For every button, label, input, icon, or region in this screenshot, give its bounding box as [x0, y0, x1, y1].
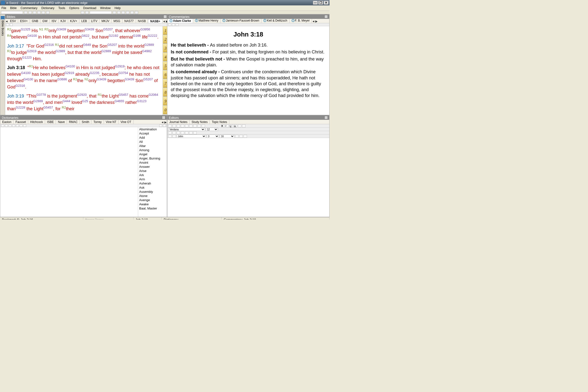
dictionary-tab[interactable]: Torrey [92, 120, 104, 124]
commentary-tab[interactable]: ⓘF. B. Meyer [290, 19, 312, 23]
dictionary-tab[interactable]: Easton [0, 120, 14, 124]
menu-dictionary[interactable]: Dictionary [42, 6, 54, 10]
nav-prev-icon[interactable] [28, 11, 32, 14]
dictionary-word-item[interactable]: Abomination [138, 127, 167, 131]
tool-icon[interactable] [23, 124, 26, 127]
commentary-tab[interactable]: ⓘMatthew Henry [193, 19, 220, 23]
tool-icon[interactable] [242, 124, 246, 128]
dictionary-word-item[interactable]: Asherah [138, 181, 167, 186]
menu-bible[interactable]: Bible [10, 6, 17, 10]
menu-download[interactable]: Download [83, 6, 96, 10]
tool-icon[interactable] [130, 11, 134, 14]
tool-icon[interactable] [159, 124, 162, 127]
bible-tab-leb[interactable]: LEB [80, 19, 89, 23]
editor-tab[interactable]: Study Notes [190, 120, 210, 124]
tool-icon[interactable] [113, 11, 116, 14]
bible-tab-nasb[interactable]: NASB [136, 19, 148, 23]
dictionary-word-item[interactable]: Among [138, 148, 167, 152]
pin-icon[interactable] [324, 116, 328, 119]
tool-icon[interactable] [6, 24, 9, 26]
tool-icon[interactable] [181, 124, 184, 128]
commentary-tab[interactable]: ⓘAdam Clarke [167, 19, 193, 23]
tab-scroll-left-icon[interactable]: ◄ [162, 20, 166, 23]
tool-icon[interactable] [172, 135, 176, 138]
menu-options[interactable]: Options [69, 6, 79, 10]
dictionary-word-item[interactable]: Altar [138, 144, 167, 148]
dictionary-word-item[interactable]: Add [138, 136, 167, 140]
commentary-tab[interactable]: ⓘJamieson-Fausset-Brown [220, 19, 262, 23]
dictionary-word-item[interactable]: Assembly [138, 190, 167, 194]
tool-icon[interactable] [1, 124, 4, 127]
toolbar-reference-combo[interactable] [1, 11, 23, 14]
indent-icon[interactable] [193, 131, 197, 134]
tool-icon[interactable] [122, 11, 125, 14]
dictionary-word-item[interactable]: Awake [138, 202, 167, 206]
bullets-icon[interactable] [181, 131, 184, 134]
bible-tab-esvplus[interactable]: ESV+ [18, 19, 30, 23]
bible-tab-msg[interactable]: MSG [112, 19, 122, 23]
tool-icon[interactable] [185, 124, 188, 128]
bible-tab-nasbplus[interactable]: NASB+ [148, 19, 162, 23]
highlight-icon[interactable] [238, 124, 241, 128]
tool-icon[interactable] [117, 11, 120, 14]
pin-icon[interactable] [162, 116, 166, 119]
tool-icon[interactable] [198, 124, 201, 128]
menu-commentary[interactable]: Commentary [20, 6, 38, 10]
align-right-icon[interactable] [177, 131, 180, 134]
dictionary-word-item[interactable]: Arise [138, 169, 167, 173]
menu-tools[interactable]: Tools [58, 6, 65, 10]
dictionary-word-item[interactable]: Avenge [138, 198, 167, 202]
dictionary-word-item[interactable]: Anoint [138, 160, 167, 165]
align-center-icon[interactable] [172, 131, 176, 134]
maximize-button[interactable]: ❐ [318, 1, 323, 5]
bible-books-sidetab[interactable]: Bible Books [0, 14, 5, 115]
dictionary-word-item[interactable]: Baal, Master [138, 206, 167, 210]
italic-icon[interactable]: I [226, 124, 229, 128]
tab-scroll-left-icon[interactable]: ◄ [312, 20, 315, 23]
bible-tab-kjv[interactable]: KJV [58, 19, 68, 23]
dictionary-definition[interactable] [0, 127, 138, 217]
dictionary-word-item[interactable]: Arm [138, 177, 167, 181]
pin-icon[interactable] [164, 15, 167, 18]
dictionary-word-item[interactable]: Anger, Burning [138, 156, 167, 160]
tab-scroll-right-icon[interactable]: ▶ [315, 20, 318, 23]
editor-tab[interactable]: Journal Notes [167, 120, 190, 124]
tool-icon[interactable] [10, 24, 13, 26]
dictionary-tab[interactable]: ISBE [45, 120, 56, 124]
tool-icon[interactable] [172, 24, 175, 26]
tool-icon[interactable] [16, 124, 19, 127]
tool-icon[interactable] [168, 135, 172, 138]
tab-scroll-left[interactable]: ◄ [5, 20, 8, 23]
dictionary-tab[interactable]: Fausset [14, 120, 28, 124]
dictionary-word-item[interactable]: Accept [138, 131, 167, 136]
tool-icon[interactable] [42, 11, 45, 14]
tool-icon[interactable] [168, 124, 172, 128]
numbering-icon[interactable] [185, 131, 188, 134]
tool-icon[interactable] [12, 124, 15, 127]
bible-tab-isv[interactable]: ISV [50, 19, 58, 23]
align-left-icon[interactable] [168, 131, 172, 134]
dictionary-tab[interactable]: Nave [56, 120, 67, 124]
bible-tab-mkjv[interactable]: MKJV [100, 19, 112, 23]
dictionary-word-list[interactable]: AbominationAcceptAddAllAltarAmongAngelAn… [138, 127, 167, 217]
commentary-text[interactable]: John 3:18 He that believeth - As stated … [167, 26, 329, 102]
scripture-text[interactable]: R2gaveG1325 His N1 R3onlyG3439 begottenG… [5, 26, 162, 115]
bible-tab-gw[interactable]: GW [40, 19, 50, 23]
commentary-tab[interactable]: ⓘKeil & Delitzsch [262, 19, 289, 23]
tool-icon[interactable] [135, 11, 138, 14]
menu-window[interactable]: Window [100, 6, 111, 10]
dictionary-word-item[interactable]: Atone [138, 194, 167, 198]
chapter-select[interactable]: 3 [207, 134, 219, 138]
tool-icon[interactable] [163, 124, 166, 127]
outdent-icon[interactable] [189, 131, 192, 134]
search-icon[interactable] [239, 135, 243, 138]
tab-scroll-right-icon[interactable]: ▶ [164, 120, 167, 124]
tool-icon[interactable] [177, 124, 180, 128]
tool-icon[interactable] [5, 124, 8, 127]
tool-icon[interactable] [85, 11, 89, 14]
nav-last-icon[interactable] [37, 11, 41, 14]
dictionary-word-item[interactable]: Angel [138, 152, 167, 156]
tool-icon[interactable] [81, 11, 84, 14]
tool-icon[interactable] [46, 11, 50, 14]
editor-tab[interactable]: Topic Notes [210, 120, 229, 124]
